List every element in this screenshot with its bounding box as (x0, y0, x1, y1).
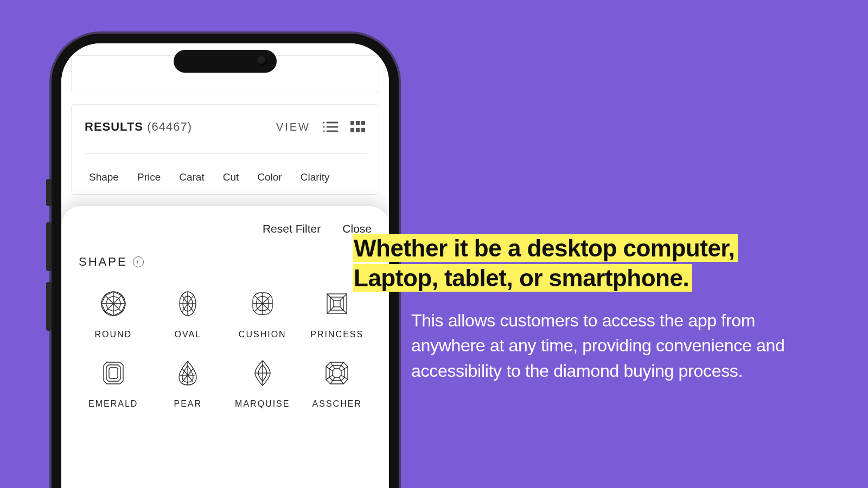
asscher-diamond-icon (323, 359, 351, 389)
headline-line-2: Laptop, tablet, or smartphone. (353, 264, 692, 292)
svg-point-0 (323, 122, 325, 124)
divider (85, 153, 366, 154)
info-icon[interactable]: i (133, 256, 144, 267)
shape-label: ROUND (94, 330, 132, 339)
svg-rect-7 (356, 121, 360, 125)
svg-rect-33 (334, 300, 340, 307)
svg-rect-10 (356, 128, 360, 132)
oval-diamond-icon (174, 290, 202, 320)
shape-label: OVAL (175, 330, 202, 339)
view-label: VIEW (276, 121, 310, 133)
shape-cushion[interactable]: CUSHION (228, 290, 297, 339)
tab-shape[interactable]: Shape (89, 171, 119, 183)
shape-pear[interactable]: PEAR (154, 359, 223, 409)
grid-view-icon[interactable] (350, 121, 366, 133)
tab-carat[interactable]: Carat (179, 171, 204, 183)
shape-label: EMERALD (88, 399, 138, 409)
shape-label: MARQUISE (235, 399, 290, 409)
svg-point-4 (323, 131, 325, 132)
svg-marker-48 (329, 365, 344, 381)
filter-tabs: Shape Price Carat Cut Color Clarity (85, 171, 366, 183)
shape-label: ASSCHER (312, 399, 362, 409)
svg-rect-11 (361, 128, 365, 132)
shape-round[interactable]: ROUND (79, 290, 148, 339)
reset-filter-button[interactable]: Reset Filter (263, 222, 321, 235)
emerald-diamond-icon (99, 359, 127, 389)
princess-diamond-icon (323, 290, 351, 320)
results-label: RESULTS (85, 120, 143, 133)
svg-marker-40 (109, 368, 118, 378)
headline-line-1: Whether it be a desktop computer, (353, 234, 738, 262)
tab-price[interactable]: Price (137, 171, 161, 183)
tab-clarity[interactable]: Clarity (301, 171, 330, 183)
shape-grid: ROUND OVAL (79, 290, 372, 409)
results-heading: RESULTS (64467) (85, 120, 192, 134)
list-view-icon[interactable] (322, 120, 339, 133)
phone-screen: RESULTS (64467) VIEW (61, 43, 389, 488)
phone-side-button (46, 282, 52, 331)
marquise-diamond-icon (248, 359, 277, 389)
filter-sheet: Reset Filter Close SHAPE i (61, 206, 389, 488)
cushion-diamond-icon (248, 290, 277, 320)
tab-cut[interactable]: Cut (223, 171, 239, 183)
tab-color[interactable]: Color (257, 171, 282, 183)
pear-diamond-icon (174, 359, 202, 389)
phone-notch (174, 50, 277, 73)
headline: Whether it be a desktop computer, Laptop… (353, 233, 825, 293)
shape-oval[interactable]: OVAL (154, 290, 223, 339)
svg-rect-8 (361, 121, 365, 125)
svg-rect-6 (350, 121, 354, 125)
results-card: RESULTS (64467) VIEW (71, 104, 379, 195)
phone-frame: RESULTS (64467) VIEW (52, 34, 399, 488)
shape-label: PEAR (174, 399, 202, 409)
svg-point-2 (323, 126, 325, 128)
shape-label: CUSHION (239, 330, 286, 339)
body-text: This allows customers to access the app … (411, 308, 802, 383)
svg-rect-9 (350, 128, 354, 132)
round-diamond-icon (99, 290, 127, 320)
svg-marker-49 (333, 369, 341, 377)
results-count: (64467) (147, 120, 192, 133)
sheet-title: SHAPE (79, 255, 127, 269)
phone-side-button (46, 179, 52, 206)
marketing-copy: Whether it be a desktop computer, Laptop… (353, 233, 825, 383)
shape-emerald[interactable]: EMERALD (79, 359, 148, 409)
shape-marquise[interactable]: MARQUISE (228, 359, 297, 409)
phone-side-button (46, 222, 52, 271)
